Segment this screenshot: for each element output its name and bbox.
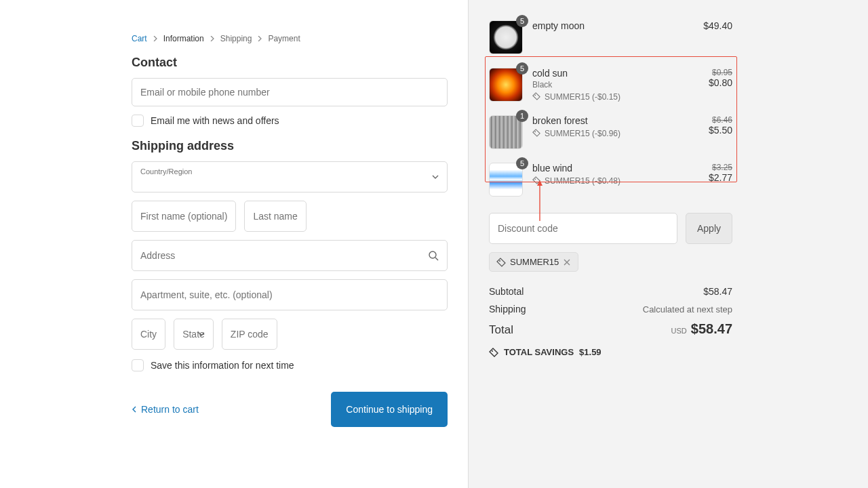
qty-badge: 5 xyxy=(516,62,528,75)
chevron-right-icon xyxy=(257,36,262,41)
svg-point-5 xyxy=(499,260,500,262)
news-optin-checkbox[interactable] xyxy=(132,115,144,127)
apartment-field[interactable]: Apartment, suite, etc. (optional) xyxy=(132,279,448,310)
country-value xyxy=(140,176,439,188)
save-info-checkbox[interactable] xyxy=(132,359,144,371)
cart-item-info: blue windSUMMER15 (-$0.48) xyxy=(532,163,682,186)
discount-code-input[interactable]: Discount code xyxy=(489,213,677,244)
chevron-right-icon xyxy=(210,36,215,41)
svg-point-1 xyxy=(534,94,536,96)
discount-text: SUMMER15 (-$0.48) xyxy=(545,176,620,186)
apartment-placeholder: Apartment, suite, etc. (optional) xyxy=(140,289,273,300)
cart-item-thumb: 5 xyxy=(489,20,523,54)
cart-item-thumb: 5 xyxy=(489,163,523,197)
price: $5.50 xyxy=(692,125,732,136)
compare-price: $3.25 xyxy=(692,163,732,172)
checkout-form-pane: Cart Information Shipping Payment Contac… xyxy=(0,0,468,488)
contact-heading: Contact xyxy=(132,56,448,70)
cart-item: 5blue windSUMMER15 (-$0.48)$3.25$2.77 xyxy=(489,156,732,203)
state-select[interactable]: State xyxy=(174,319,214,350)
svg-point-6 xyxy=(492,350,493,352)
shipping-heading: Shipping address xyxy=(132,139,448,153)
svg-point-3 xyxy=(534,178,536,180)
cart-item-prices: $49.40 xyxy=(692,20,732,31)
cart-items: 5empty moon$49.405cold sunBlackSUMMER15 … xyxy=(489,14,732,203)
chevron-down-icon xyxy=(432,174,439,180)
cart-item-thumb: 5 xyxy=(489,68,523,102)
qty-badge: 5 xyxy=(516,157,528,169)
cart-item-discount: SUMMER15 (-$0.96) xyxy=(532,129,682,138)
address-field[interactable]: Address xyxy=(132,240,448,271)
country-select[interactable]: Country/Region xyxy=(132,161,448,192)
tag-icon xyxy=(496,258,506,267)
totals: Subtotal $58.47 Shipping Calculated at n… xyxy=(489,283,732,357)
price: $0.80 xyxy=(692,77,732,88)
apply-discount-button[interactable]: Apply xyxy=(686,213,732,244)
subtotal-label: Subtotal xyxy=(489,286,524,297)
tag-icon xyxy=(532,92,542,102)
svg-point-0 xyxy=(429,251,436,258)
search-icon xyxy=(428,250,439,261)
continue-button[interactable]: Continue to shipping xyxy=(331,392,448,427)
zip-field[interactable]: ZIP code xyxy=(222,319,277,350)
savings-label: TOTAL SAVINGS xyxy=(504,347,574,357)
cart-item-title: blue wind xyxy=(532,163,682,174)
breadcrumb-information: Information xyxy=(163,34,204,43)
last-name-placeholder: Last name xyxy=(253,211,297,222)
tag-icon xyxy=(532,129,542,138)
cart-item-info: cold sunBlackSUMMER15 (-$0.15) xyxy=(532,68,682,102)
savings-value: $1.59 xyxy=(579,347,601,357)
cart-item-title: broken forest xyxy=(532,115,682,126)
chevron-right-icon xyxy=(153,36,158,41)
cart-item: 5cold sunBlackSUMMER15 (-$0.15)$0.95$0.8… xyxy=(489,61,732,108)
breadcrumb-cart[interactable]: Cart xyxy=(132,34,147,43)
cart-item: 1broken forestSUMMER15 (-$0.96)$6.46$5.5… xyxy=(489,108,732,156)
total-currency: USD xyxy=(671,327,687,335)
subtotal-value: $58.47 xyxy=(703,286,732,297)
compare-price: $0.95 xyxy=(692,68,732,77)
qty-badge: 5 xyxy=(516,15,528,27)
city-placeholder: City xyxy=(140,329,157,340)
city-field[interactable]: City xyxy=(132,319,165,350)
zip-placeholder: ZIP code xyxy=(231,329,269,340)
cart-item-thumb: 1 xyxy=(489,115,523,149)
save-info-label: Save this information for next time xyxy=(151,360,294,371)
shipping-value: Calculated at next step xyxy=(643,304,732,314)
cart-item-info: empty moon xyxy=(532,20,682,31)
first-name-placeholder: First name (optional) xyxy=(140,211,227,222)
cart-item: 5empty moon$49.40 xyxy=(489,14,732,61)
first-name-field[interactable]: First name (optional) xyxy=(132,201,236,232)
cart-item-title: empty moon xyxy=(532,20,682,31)
breadcrumb: Cart Information Shipping Payment xyxy=(132,34,448,43)
applied-code-label: SUMMER15 xyxy=(510,257,559,267)
shipping-label: Shipping xyxy=(489,304,526,314)
last-name-field[interactable]: Last name xyxy=(244,201,306,232)
chevron-left-icon xyxy=(132,406,137,413)
order-summary-pane: 5empty moon$49.405cold sunBlackSUMMER15 … xyxy=(468,0,868,488)
chevron-down-icon xyxy=(198,331,205,338)
total-label: Total xyxy=(489,323,513,337)
applied-discount-tag: SUMMER15 xyxy=(489,252,578,272)
cart-item-prices: $6.46$5.50 xyxy=(692,115,732,136)
compare-price: $6.46 xyxy=(692,115,732,125)
address-placeholder: Address xyxy=(140,250,175,261)
tag-icon xyxy=(532,176,542,186)
email-placeholder: Email or mobile phone number xyxy=(140,87,270,98)
svg-point-2 xyxy=(534,131,536,132)
qty-badge: 1 xyxy=(516,110,528,122)
email-field[interactable]: Email or mobile phone number xyxy=(132,78,448,106)
discount-text: SUMMER15 (-$0.15) xyxy=(545,92,620,102)
breadcrumb-payment: Payment xyxy=(268,34,300,43)
country-label: Country/Region xyxy=(140,167,439,176)
cart-item-discount: SUMMER15 (-$0.15) xyxy=(532,92,682,102)
cart-item-prices: $0.95$0.80 xyxy=(692,68,732,88)
cart-item-prices: $3.25$2.77 xyxy=(692,163,732,183)
return-label: Return to cart xyxy=(141,404,199,415)
breadcrumb-shipping: Shipping xyxy=(220,34,252,43)
cart-item-title: cold sun xyxy=(532,68,682,79)
return-to-cart-link[interactable]: Return to cart xyxy=(132,404,199,415)
remove-discount-button[interactable] xyxy=(563,258,571,266)
price: $49.40 xyxy=(692,20,732,31)
price: $2.77 xyxy=(692,172,732,183)
cart-item-discount: SUMMER15 (-$0.48) xyxy=(532,176,682,186)
